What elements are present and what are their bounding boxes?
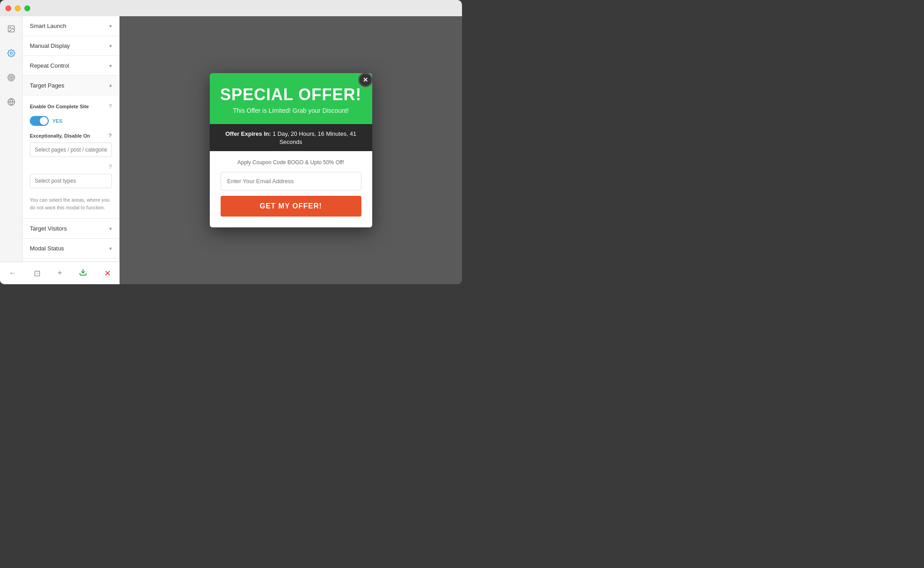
accordion-sidebar: Smart Launch ▾ Manual Display ▾ Repeat C… — [23, 16, 120, 284]
accordion-smart-launch: Smart Launch ▾ — [23, 16, 119, 36]
icon-sidebar — [0, 16, 23, 284]
bottom-toolbar: ← ⊡ + ✕ — [0, 262, 120, 284]
minimize-button[interactable] — [15, 5, 21, 11]
svg-point-2 — [10, 52, 12, 55]
modal-popup: ✕ SPECIAL OFFER! This Offer is Limited! … — [210, 73, 372, 228]
accordion-header-target-pages[interactable]: Target Pages ▾ — [23, 76, 119, 95]
accordion-target-pages: Target Pages ▾ Enable On Complete Site ?… — [23, 76, 119, 219]
chevron-down-icon: ▾ — [109, 245, 112, 252]
chevron-down-icon: ▾ — [109, 63, 112, 69]
coupon-text: Apply Coupon Code BOGO & Upto 50% Off! — [221, 159, 361, 166]
svg-point-1 — [9, 27, 10, 28]
close-button[interactable] — [5, 5, 11, 11]
maximize-button[interactable] — [24, 5, 30, 11]
accordion-modal-status: Modal Status ▾ — [23, 239, 119, 259]
modal-body: Apply Coupon Code BOGO & Upto 50% Off! G… — [210, 151, 372, 227]
titlebar — [0, 0, 462, 16]
main-layout: Smart Launch ▾ Manual Display ▾ Repeat C… — [0, 16, 462, 284]
cta-button[interactable]: GET MY OFFER! — [221, 196, 361, 217]
screen-button[interactable]: ⊡ — [28, 265, 46, 282]
download-button[interactable] — [74, 264, 92, 282]
left-sidebar: Smart Launch ▾ Manual Display ▾ Repeat C… — [0, 16, 120, 284]
modal-header: SPECIAL OFFER! This Offer is Limited! Gr… — [210, 73, 372, 125]
toggle-yes-label: YES — [52, 118, 62, 124]
accordion-manual-display: Manual Display ▾ — [23, 36, 119, 56]
chevron-down-icon: ▾ — [109, 23, 112, 29]
modal-subtitle: This Offer is Limited! Grab your Discoun… — [219, 107, 363, 114]
accordion-label-modal-status: Modal Status — [30, 245, 64, 252]
chevron-down-icon: ▾ — [109, 43, 112, 49]
svg-point-5 — [10, 77, 12, 79]
accordion-header-manual-display[interactable]: Manual Display ▾ — [23, 36, 119, 55]
accordion-label-manual-display: Manual Display — [30, 42, 70, 49]
accordion-header-smart-launch[interactable]: Smart Launch ▾ — [23, 16, 119, 36]
toggle-switch-row: YES — [30, 116, 112, 126]
timer-text: Offer Expires In: 1 Day, 20 Hours, 16 Mi… — [225, 130, 356, 145]
right-panel: ✕ SPECIAL OFFER! This Offer is Limited! … — [120, 16, 462, 284]
enable-toggle[interactable] — [30, 116, 49, 126]
email-input[interactable] — [221, 172, 361, 190]
post-types-input[interactable] — [30, 174, 112, 188]
help-icon-disable[interactable]: ? — [108, 132, 112, 139]
gear-icon[interactable] — [3, 45, 19, 61]
timer-value: 1 Day, 20 Hours, 16 Minutes, 41 Seconds — [273, 130, 356, 145]
accordion-target-visitors: Target Visitors ▾ — [23, 219, 119, 239]
toggle-thumb — [40, 117, 48, 125]
close-toolbar-button[interactable]: ✕ — [99, 265, 116, 282]
accordion-header-target-visitors[interactable]: Target Visitors ▾ — [23, 219, 119, 238]
target-pages-content: Enable On Complete Site ? YES Exceptiona… — [23, 95, 119, 218]
target-icon[interactable] — [3, 69, 19, 86]
close-x-icon: ✕ — [363, 76, 368, 83]
help-icon-post-types[interactable]: ? — [109, 163, 112, 170]
accordion-header-modal-status[interactable]: Modal Status ▾ — [23, 239, 119, 258]
accordion-label-target-visitors: Target Visitors — [30, 225, 67, 232]
pages-post-categories-input[interactable] — [30, 143, 112, 157]
modal-close-button[interactable]: ✕ — [358, 73, 372, 87]
accordion-label-repeat-control: Repeat Control — [30, 62, 69, 69]
enable-complete-site-label: Enable On Complete Site — [30, 104, 89, 109]
chevron-up-icon: ▾ — [109, 83, 112, 89]
modal-timer: Offer Expires In: 1 Day, 20 Hours, 16 Mi… — [210, 124, 372, 151]
help-icon-enable[interactable]: ? — [109, 103, 112, 110]
image-icon[interactable] — [3, 21, 19, 37]
chevron-down-icon: ▾ — [109, 226, 112, 232]
modal-title: SPECIAL OFFER! — [219, 86, 363, 104]
enable-complete-site-row: Enable On Complete Site ? — [30, 103, 112, 110]
timer-label: Offer Expires In: — [225, 130, 271, 137]
svg-point-4 — [9, 76, 13, 80]
back-button[interactable]: ← — [3, 265, 22, 282]
accordion-header-repeat-control[interactable]: Repeat Control ▾ — [23, 56, 119, 75]
hint-text: You can select the areas, where you do n… — [30, 196, 112, 211]
accordion-label-smart-launch: Smart Launch — [30, 23, 66, 29]
accordion-label-target-pages: Target Pages — [30, 82, 65, 89]
accordion-repeat-control: Repeat Control ▾ — [23, 56, 119, 76]
add-button[interactable]: + — [52, 265, 68, 282]
disable-on-label-row: Exceptionally, Disable On ? — [30, 132, 112, 139]
globe-icon[interactable] — [3, 94, 19, 110]
disable-on-label: Exceptionally, Disable On — [30, 133, 90, 139]
